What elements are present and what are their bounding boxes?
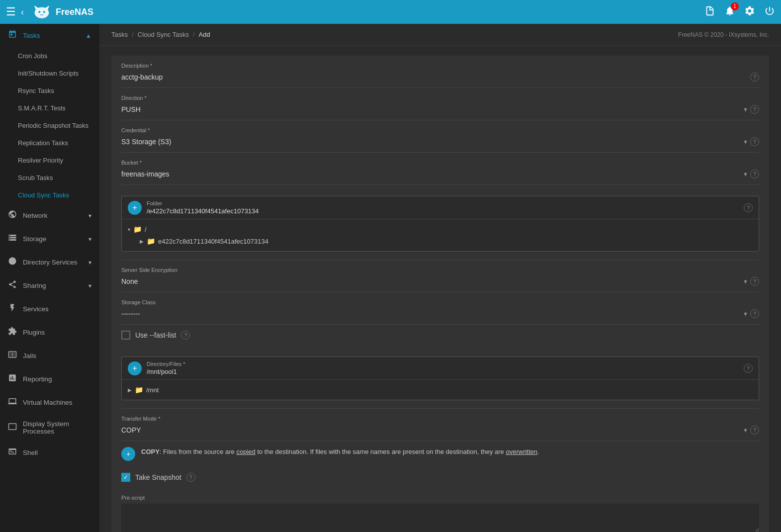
sidebar-item-periodic-snapshot[interactable]: Periodic Snapshot Tasks — [0, 117, 99, 134]
sidebar-item-shell[interactable]: Shell — [0, 441, 99, 464]
copy-info-icon: + — [121, 447, 135, 461]
sidebar-item-rsync[interactable]: Rsync Tasks — [0, 82, 99, 99]
credential-select[interactable]: ▾ ? — [744, 137, 759, 146]
server-side-value: None ▾ ? — [121, 275, 759, 288]
bucket-select[interactable]: ▾ ? — [744, 170, 759, 178]
copy-info-box: + COPY: Files from the source are copied… — [121, 441, 759, 467]
description-input[interactable] — [121, 73, 750, 81]
sidebar-item-services[interactable]: Services — [0, 297, 99, 321]
back-button[interactable]: ‹ — [21, 7, 24, 17]
tree-subtree: ▶ 📁 e422c7c8d1711340f4541afec1073134 — [128, 235, 753, 247]
folder-path-input[interactable] — [147, 207, 739, 215]
network-icon — [8, 210, 17, 221]
transfer-mode-help-icon[interactable]: ? — [750, 426, 759, 435]
sidebar: Tasks ▲ Cron Jobs Init/Shutdown Scripts … — [0, 24, 99, 532]
copy-overwritten-text: overwritten — [506, 448, 537, 455]
description-help-icon[interactable]: ? — [750, 73, 759, 82]
directory-field-label: Directory/Files * — [147, 361, 739, 367]
transfer-mode-label: Transfer Mode * — [121, 416, 759, 422]
vm-label: Virtual Machines — [23, 399, 73, 406]
sidebar-item-cloud-sync[interactable]: Cloud Sync Tasks — [0, 186, 99, 204]
sidebar-item-vm[interactable]: Virtual Machines — [0, 391, 99, 414]
folder-tree: ▾ 📁 / ▶ 📁 e422c7c8d1711340f4541afec10731… — [122, 219, 759, 251]
tree-item-root[interactable]: ▾ 📁 / — [128, 223, 753, 235]
main-content: Tasks / Cloud Sync Tasks / Add FreeNAS ©… — [99, 24, 781, 532]
transfer-mode-text: COPY — [121, 426, 141, 434]
direction-help-icon[interactable]: ? — [750, 105, 759, 114]
storage-class-text: -------- — [121, 310, 140, 318]
direction-select[interactable]: ▾ ? — [744, 105, 759, 114]
storage-class-value: -------- ▾ ? — [121, 307, 759, 320]
dir-tree-item-mnt[interactable]: ▶ 📁 /mnt — [128, 384, 753, 396]
folder-field: + Folder ? ▾ 📁 / — [121, 185, 759, 260]
tree-item-hash[interactable]: ▶ 📁 e422c7c8d1711340f4541afec1073134 — [140, 235, 753, 247]
svg-point-3 — [38, 11, 40, 13]
plugins-icon — [8, 327, 17, 338]
direction-arrow: ▾ — [744, 105, 747, 113]
sidebar-item-jails[interactable]: Jails — [0, 344, 99, 367]
breadcrumb-sep-1: / — [132, 31, 134, 38]
breadcrumb: Tasks / Cloud Sync Tasks / Add — [111, 31, 210, 38]
server-side-select[interactable]: ▾ ? — [744, 277, 759, 286]
power-icon[interactable] — [764, 5, 775, 19]
sidebar-item-plugins[interactable]: Plugins — [0, 321, 99, 344]
alerts-icon[interactable]: 1 — [724, 5, 735, 19]
breadcrumb-bar: Tasks / Cloud Sync Tasks / Add FreeNAS ©… — [99, 24, 781, 46]
server-side-label: Server Side Encryption — [121, 267, 759, 273]
bucket-value: freenas-images ▾ ? — [121, 168, 759, 180]
sidebar-item-scrub[interactable]: Scrub Tasks — [0, 169, 99, 186]
docs-icon[interactable] — [704, 5, 715, 19]
sharing-icon — [8, 280, 17, 291]
tasks-label: Tasks — [23, 32, 40, 39]
direction-text: PUSH — [121, 105, 141, 113]
sidebar-item-storage[interactable]: Storage ▾ — [0, 227, 99, 251]
sidebar-item-directory[interactable]: Directory Services ▾ — [0, 251, 99, 274]
breadcrumb-tasks[interactable]: Tasks — [111, 31, 128, 38]
breadcrumb-cloud-sync-tasks[interactable]: Cloud Sync Tasks — [138, 31, 189, 38]
app-logo: FreeNAS — [32, 4, 704, 20]
storage-class-select[interactable]: ▾ ? — [744, 309, 759, 318]
description-field: Description * ? — [121, 56, 759, 88]
fast-list-help-icon[interactable]: ? — [181, 331, 190, 340]
breadcrumb-add: Add — [199, 31, 210, 38]
directory-input-row: + Directory/Files * ? — [122, 357, 759, 380]
pre-script-input[interactable] — [121, 504, 759, 532]
sidebar-item-tasks[interactable]: Tasks ▲ — [0, 24, 99, 47]
directory-add-button[interactable]: + — [128, 361, 142, 375]
sidebar-item-reporting[interactable]: Reporting — [0, 367, 99, 391]
bucket-text: freenas-images — [121, 170, 170, 178]
storage-class-help-icon[interactable]: ? — [750, 309, 759, 318]
sidebar-item-sharing[interactable]: Sharing ▾ — [0, 274, 99, 297]
sidebar-item-smart[interactable]: S.M.A.R.T. Tests — [0, 99, 99, 117]
sidebar-item-cron-jobs[interactable]: Cron Jobs — [0, 47, 99, 65]
take-snapshot-checkbox[interactable] — [121, 473, 130, 482]
sidebar-item-display[interactable]: Display System Processes — [0, 414, 99, 441]
directory-tree: ▶ 📁 /mnt — [122, 380, 759, 400]
alert-badge: 1 — [731, 2, 739, 10]
network-label: Network — [23, 212, 48, 219]
dir-tree-mnt-folder-icon: 📁 — [135, 386, 143, 394]
form-content: Description * ? Direction * PUSH — [99, 46, 781, 532]
bucket-help-icon[interactable]: ? — [750, 170, 759, 178]
take-snapshot-help-icon[interactable]: ? — [186, 473, 195, 482]
copy-text-1: : Files from the source are — [160, 448, 237, 455]
directory-path-input[interactable] — [147, 368, 739, 375]
sidebar-item-resilver[interactable]: Resilver Priority — [0, 152, 99, 169]
folder-add-button[interactable]: + — [128, 201, 142, 215]
copy-end: . — [537, 448, 539, 455]
transfer-mode-select[interactable]: ▾ ? — [744, 426, 759, 435]
topbar-actions: 1 — [704, 5, 775, 19]
sidebar-item-network[interactable]: Network ▾ — [0, 204, 99, 227]
folder-help-icon[interactable]: ? — [744, 203, 753, 212]
hamburger-button[interactable]: ☰ — [6, 5, 16, 18]
directory-help-icon[interactable]: ? — [744, 364, 753, 373]
sidebar-item-init-shutdown[interactable]: Init/Shutdown Scripts — [0, 65, 99, 82]
credential-help-icon[interactable]: ? — [750, 137, 759, 146]
settings-icon[interactable] — [744, 5, 755, 19]
server-side-help-icon[interactable]: ? — [750, 277, 759, 286]
tree-hash-chevron: ▶ — [140, 239, 144, 244]
tasks-submenu: Cron Jobs Init/Shutdown Scripts Rsync Ta… — [0, 47, 99, 204]
fast-list-checkbox[interactable] — [121, 331, 130, 340]
sidebar-item-replication[interactable]: Replication Tasks — [0, 134, 99, 152]
display-label: Display System Processes — [23, 420, 91, 435]
